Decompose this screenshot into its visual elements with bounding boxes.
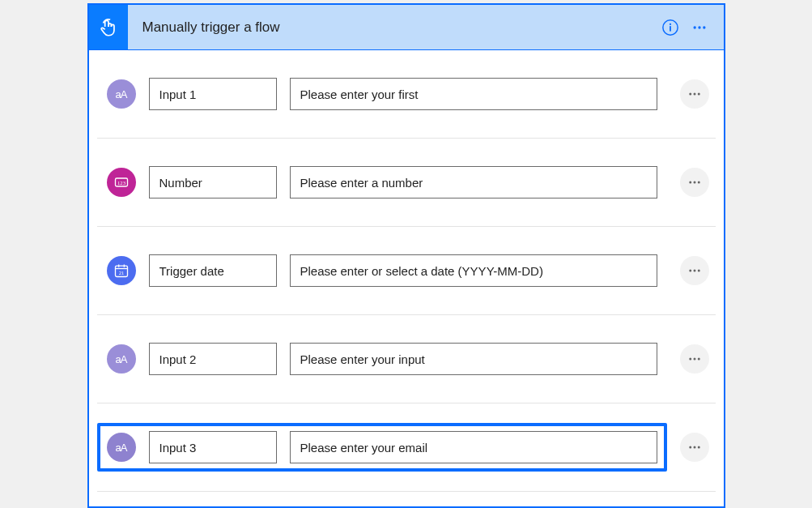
input-row: aA [97,50,716,139]
input-row-menu-button[interactable] [680,344,709,374]
svg-rect-2 [670,26,671,31]
text-type-icon: aA [107,79,136,109]
trigger-badge [89,5,128,49]
card-header: Manually trigger a flow [89,5,724,50]
svg-point-22 [689,358,691,361]
tap-icon [98,17,119,38]
svg-point-1 [669,23,670,24]
svg-point-27 [697,446,699,449]
trigger-card: Manually trigger a flow aA12321aAaA ＋ Ad… [87,3,725,508]
input-row-main[interactable]: 123 [97,158,667,207]
date-type-icon: 21 [107,256,136,285]
input-description-field[interactable] [290,166,657,199]
svg-point-8 [697,93,699,96]
number-type-icon: 123 [107,168,136,197]
input-name-field[interactable] [149,431,277,463]
svg-point-25 [689,446,691,449]
input-row-menu-button[interactable] [680,79,709,109]
svg-text:21: 21 [118,270,124,275]
svg-text:123: 123 [117,180,126,186]
svg-point-12 [693,181,695,184]
input-row-main[interactable]: aA [97,423,667,472]
svg-point-5 [703,26,705,28]
svg-point-3 [693,26,695,28]
svg-point-11 [689,181,691,184]
more-icon [687,87,702,101]
more-icon [687,440,702,455]
more-icon [691,19,708,36]
input-row: 123 [97,139,716,227]
input-name-field[interactable] [149,343,277,375]
input-row: aA [97,403,716,492]
add-input-button[interactable]: ＋ Add an input [89,492,724,508]
more-icon [687,175,702,190]
svg-point-6 [689,93,691,96]
info-icon [661,19,679,36]
input-description-field[interactable] [290,431,657,463]
input-description-field[interactable] [290,254,657,287]
svg-point-4 [698,26,700,28]
text2-type-icon: aA [107,433,136,462]
svg-point-24 [697,358,699,361]
input-name-field[interactable] [149,166,277,199]
input-row-menu-button[interactable] [680,256,709,285]
input-row-main[interactable]: 21 [97,246,667,295]
input-row-menu-button[interactable] [680,433,709,462]
more-icon [687,352,702,366]
card-title: Manually trigger a flow [142,19,656,36]
svg-point-23 [693,358,695,361]
svg-point-7 [693,93,695,96]
text-type-icon: aA [107,344,136,374]
svg-point-20 [693,270,695,272]
input-row: 21 [97,227,716,315]
svg-point-13 [697,181,699,184]
more-icon [687,263,702,278]
input-row: aA [97,315,716,403]
input-row-main[interactable]: aA [97,335,667,383]
card-menu-button[interactable] [685,13,714,42]
input-row-main[interactable]: aA [97,70,667,118]
info-button[interactable] [656,13,685,42]
input-description-field[interactable] [290,78,657,110]
input-name-field[interactable] [149,254,277,287]
input-row-menu-button[interactable] [680,168,709,197]
svg-point-21 [697,270,699,272]
input-description-field[interactable] [290,343,657,375]
inputs-list: aA12321aAaA [89,50,724,492]
svg-point-19 [689,270,691,272]
svg-point-26 [693,446,695,449]
input-name-field[interactable] [149,78,277,110]
